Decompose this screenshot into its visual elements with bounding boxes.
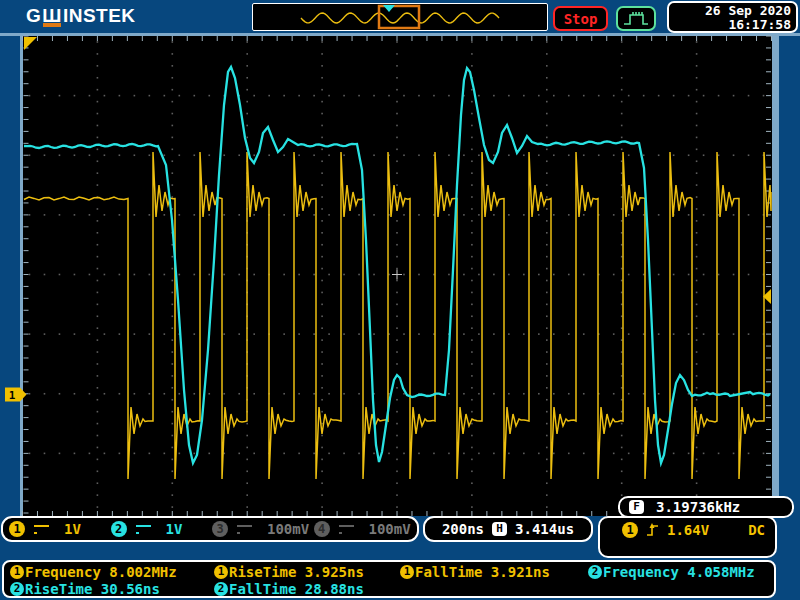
horizontal-badge: H (492, 522, 507, 536)
measurement-row-1: 1Frequency 8.002MHz1RiseTime 3.925ns1Fal… (10, 563, 774, 580)
measurement-ch1-falltime: 1FallTime 3.921ns (400, 564, 588, 580)
measurement-ch2-falltime: 2FallTime 28.88ns (214, 581, 400, 597)
channel-2-scale: 1V (166, 521, 183, 537)
measurement-ch1-risetime: 1RiseTime 3.925ns (214, 564, 400, 580)
measurement-channel-badge: 2 (10, 582, 24, 596)
channel-1-indicator: 11V (7, 521, 109, 537)
timebase-position: 3.414us (515, 521, 574, 537)
graticule-border-top (0, 33, 800, 36)
graticule-border-right (772, 33, 779, 516)
measurement-row-2: 2RiseTime 30.56ns2FallTime 28.88ns (10, 580, 774, 597)
dc-coupling-icon (237, 525, 252, 534)
channel-1-badge: 1 (9, 521, 25, 537)
measurement-ch2-frequency: 2Frequency 4.058MHz (588, 564, 774, 580)
measurement-text: Frequency 8.002MHz (25, 564, 177, 580)
freq-counter-badge: F (629, 500, 644, 514)
measurement-channel-badge: 1 (400, 565, 414, 579)
measurement-text: FallTime 28.88ns (229, 581, 364, 597)
dc-coupling-icon (34, 525, 49, 534)
dc-coupling-icon (136, 525, 151, 534)
dc-coupling-icon (339, 525, 354, 534)
trigger-status-indicator: 1 1.64V DC (598, 516, 777, 558)
channel-1-scale: 1V (64, 521, 81, 537)
measurement-channel-badge: 1 (10, 565, 24, 579)
channel-4-badge: 4 (314, 521, 330, 537)
trigger-coupling: DC (748, 522, 765, 538)
graticule-border-left (20, 33, 23, 516)
ch1-position-label: 1 (9, 389, 16, 402)
channel-3-indicator: 3100mV (210, 521, 312, 537)
measurement-text: FallTime 3.921ns (415, 564, 550, 580)
freq-counter-value: 3.19736kHz (656, 499, 740, 515)
measurement-channel-badge: 2 (588, 565, 602, 579)
measurement-channel-badge: 1 (214, 565, 228, 579)
channel-3-badge: 3 (212, 521, 228, 537)
channel-2-indicator: 21V (109, 521, 211, 537)
measurement-panel: 1Frequency 8.002MHz1RiseTime 3.925ns1Fal… (2, 560, 776, 598)
channel-3-scale: 100mV (267, 521, 309, 537)
measurement-text: Frequency 4.058MHz (603, 564, 755, 580)
trigger-source-badge: 1 (622, 522, 638, 538)
rising-edge-icon (646, 522, 659, 538)
channel-4-indicator: 4100mV (312, 521, 414, 537)
trigger-level-value: 1.64V (667, 522, 709, 538)
channel-2-badge: 2 (111, 521, 127, 537)
channel-4-scale: 100mV (369, 521, 411, 537)
timebase-scale: 200ns (442, 521, 484, 537)
measurement-channel-badge: 2 (214, 582, 228, 596)
measurement-ch2-risetime: 2RiseTime 30.56ns (10, 581, 214, 597)
measurement-ch1-frequency: 1Frequency 8.002MHz (10, 564, 214, 580)
frequency-counter: F 3.19736kHz (618, 496, 794, 518)
channel-status-bar: 11V21V3100mV4100mV (1, 516, 419, 542)
measurement-text: RiseTime 3.925ns (229, 564, 364, 580)
oscilloscope-screen: GШINSTEK Stop 26 Sep 2020 16:17:58 1 (0, 0, 800, 600)
timebase-indicator: 200ns H 3.414us (423, 516, 593, 542)
measurement-text: RiseTime 30.56ns (25, 581, 160, 597)
